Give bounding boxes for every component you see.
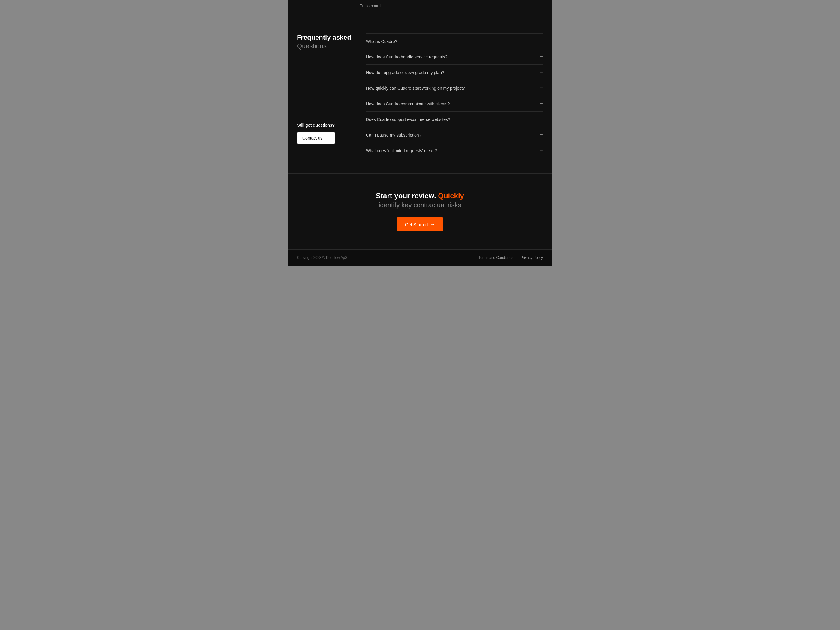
footer-links: Terms and Conditions Privacy Policy	[478, 256, 543, 260]
faq-question-text: How do I upgrade or downgrade my plan?	[366, 70, 444, 75]
cta-title-orange: Quickly	[438, 192, 464, 200]
faq-item[interactable]: How do I upgrade or downgrade my plan?+	[366, 65, 543, 81]
get-started-label: Get Started	[405, 222, 428, 227]
faq-left: Frequently asked Questions Still got que…	[297, 33, 357, 158]
faq-item[interactable]: What does 'unlimited requests' mean?+	[366, 143, 543, 158]
faq-plus-icon: +	[539, 116, 543, 123]
faq-item[interactable]: How does Cuadro handle service requests?…	[366, 49, 543, 65]
get-started-button[interactable]: Get Started →	[396, 218, 444, 231]
top-right-cell: Trello board.	[354, 0, 552, 18]
faq-question-text: Can I pause my subscription?	[366, 133, 421, 137]
faq-question-text: How does Cuadro communicate with clients…	[366, 101, 450, 106]
cta-section: Start your review. Quickly identify key …	[288, 174, 552, 249]
faq-plus-icon: +	[539, 147, 543, 154]
faq-heading: Frequently asked Questions	[297, 33, 357, 51]
faq-item[interactable]: How does Cuadro communicate with clients…	[366, 96, 543, 112]
cta-title-white: Start your review.	[376, 192, 436, 200]
faq-section: Frequently asked Questions Still got que…	[288, 18, 552, 174]
faq-question-text: How quickly can Cuadro start working on …	[366, 86, 465, 91]
faq-plus-icon: +	[539, 54, 543, 60]
arrow-right-icon: →	[325, 135, 330, 141]
footer: Copyright 2023 © Dealflow ApS Terms and …	[288, 249, 552, 266]
faq-item[interactable]: Can I pause my subscription?+	[366, 127, 543, 143]
faq-question-text: What is Cuadro?	[366, 39, 397, 44]
faq-plus-icon: +	[539, 85, 543, 92]
faq-question-text: Does Cuadro support e-commerce websites?	[366, 117, 450, 122]
faq-question-text: How does Cuadro handle service requests?	[366, 55, 448, 59]
faq-list: What is Cuadro?+How does Cuadro handle s…	[366, 33, 543, 158]
trello-text: Trello board.	[360, 3, 382, 8]
cta-title: Start your review. Quickly	[297, 192, 543, 200]
faq-plus-icon: +	[539, 100, 543, 107]
faq-plus-icon: +	[539, 69, 543, 76]
still-questions-text: Still got questions?	[297, 122, 357, 128]
copyright-text: Copyright 2023 © Dealflow ApS	[297, 256, 347, 260]
faq-plus-icon: +	[539, 131, 543, 138]
faq-item[interactable]: Does Cuadro support e-commerce websites?…	[366, 112, 543, 127]
privacy-policy-link[interactable]: Privacy Policy	[521, 256, 543, 260]
faq-plus-icon: +	[539, 38, 543, 45]
contact-us-button[interactable]: Contact us →	[297, 132, 335, 144]
faq-heading-line1: Frequently asked	[297, 33, 351, 41]
page-wrapper: Trello board. Frequently asked Questions…	[288, 0, 552, 266]
faq-question-text: What does 'unlimited requests' mean?	[366, 148, 437, 153]
terms-conditions-link[interactable]: Terms and Conditions	[478, 256, 513, 260]
get-started-arrow-icon: →	[430, 222, 435, 227]
contact-us-label: Contact us	[302, 136, 322, 141]
top-snippet: Trello board.	[288, 0, 552, 18]
cta-subtitle: identify key contractual risks	[297, 201, 543, 209]
top-left-cell	[288, 0, 354, 18]
faq-heading-line2: Questions	[297, 42, 327, 50]
faq-item[interactable]: What is Cuadro?+	[366, 33, 543, 49]
faq-item[interactable]: How quickly can Cuadro start working on …	[366, 81, 543, 96]
